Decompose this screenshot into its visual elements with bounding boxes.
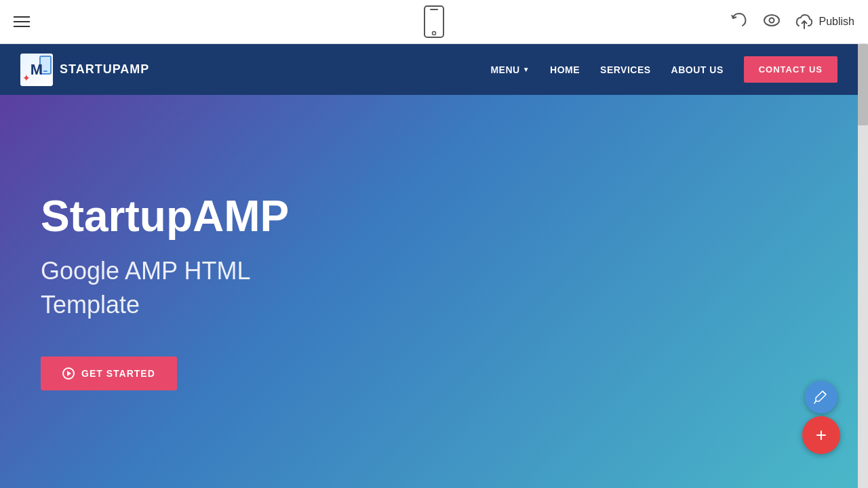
- hero-section: StartupAMP Google AMP HTML Template GET …: [0, 95, 858, 488]
- add-icon: +: [816, 426, 827, 445]
- nav-home[interactable]: HOME: [550, 64, 580, 75]
- publish-label: Publish: [819, 16, 854, 28]
- svg-point-1: [433, 32, 436, 35]
- toolbar-right: Publish: [730, 11, 854, 33]
- toolbar-center: [423, 5, 445, 39]
- edit-fab-button[interactable]: [805, 381, 837, 413]
- svg-line-6: [823, 391, 826, 394]
- nav-about[interactable]: ABOUT US: [671, 64, 724, 75]
- navbar: M ✦ STARTUPAMP MENU ▼ HOME SERVICES: [0, 44, 858, 95]
- toolbar-left: [14, 16, 30, 27]
- hero-subtitle: Google AMP HTML Template: [41, 254, 817, 323]
- logo-sparkle: ✦: [22, 73, 31, 83]
- hamburger-icon[interactable]: [14, 16, 30, 27]
- cloud-upload-icon: [795, 12, 814, 31]
- svg-point-4: [769, 18, 774, 23]
- mobile-preview-icon[interactable]: [423, 5, 445, 39]
- nav-services[interactable]: SERVICES: [600, 64, 651, 75]
- brand-logo: M ✦: [20, 54, 53, 86]
- brand: M ✦ STARTUPAMP: [20, 54, 149, 86]
- get-started-button[interactable]: GET STARTED: [41, 357, 177, 390]
- logo-letter: M: [31, 61, 43, 79]
- hero-title: StartupAMP: [41, 192, 817, 240]
- svg-line-7: [814, 401, 816, 403]
- scrollbar-track[interactable]: [858, 44, 868, 488]
- brand-name: STARTUPAMP: [60, 62, 149, 77]
- toolbar: Publish: [0, 0, 868, 44]
- nav-menu[interactable]: MENU ▼: [490, 64, 530, 75]
- svg-point-3: [764, 15, 779, 26]
- preview-icon[interactable]: [762, 11, 781, 33]
- content-area: M ✦ STARTUPAMP MENU ▼ HOME SERVICES: [0, 44, 868, 488]
- undo-icon[interactable]: [730, 11, 749, 33]
- svg-rect-0: [425, 6, 443, 37]
- scrollbar-thumb[interactable]: [858, 44, 868, 125]
- contact-button[interactable]: CONTACT US: [744, 56, 837, 83]
- dropdown-arrow-icon: ▼: [523, 66, 530, 73]
- publish-button[interactable]: Publish: [795, 12, 854, 31]
- play-icon: [62, 367, 75, 380]
- nav-links: MENU ▼ HOME SERVICES ABOUT US CONTACT US: [490, 56, 837, 83]
- add-fab-button[interactable]: +: [802, 416, 840, 454]
- page-wrapper: Publish M ✦ STARTUPAMP MENU ▼: [0, 0, 868, 488]
